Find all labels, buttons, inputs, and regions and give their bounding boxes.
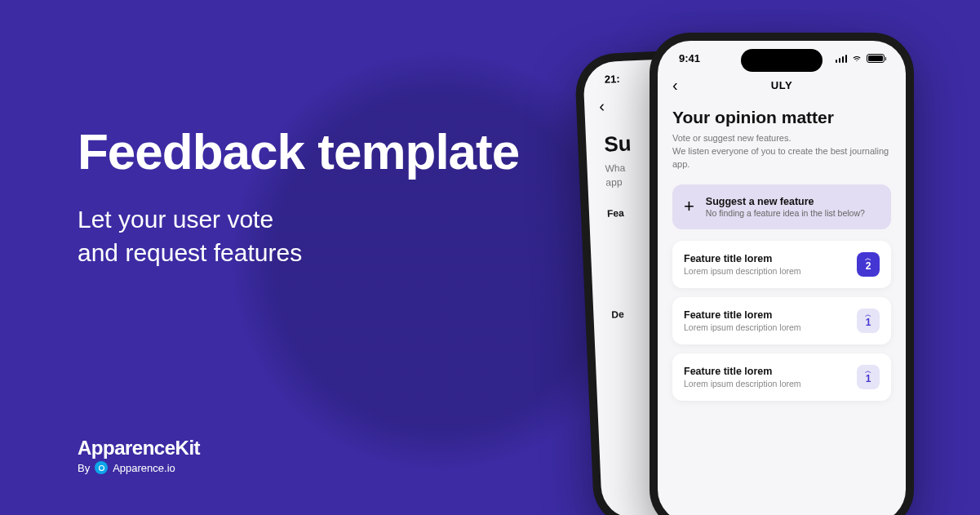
suggest-sub: No finding a feature idea in the list be… xyxy=(706,208,865,218)
headline: Feedback template xyxy=(78,122,519,180)
status-icons xyxy=(836,54,885,63)
brand-title: ApparenceKit xyxy=(78,437,200,460)
phone-mockups: 21: ‹ Su Wha app Fea De 9:41 xyxy=(584,33,935,515)
nav-bar: ‹ ULY xyxy=(658,68,906,100)
feature-card[interactable]: Feature title loremLorem ipsum descripti… xyxy=(672,297,891,344)
suggest-title: Suggest a new feature xyxy=(706,196,865,207)
feature-title: Feature title lorem xyxy=(684,309,801,321)
vote-count: 1 xyxy=(866,317,871,328)
upvote-button[interactable]: ︿2 xyxy=(857,252,880,277)
page-subtitle: Vote or suggest new features. We listen … xyxy=(672,132,891,171)
back-icon[interactable]: ‹ xyxy=(672,76,678,95)
brand-block: ApparenceKit By Apparence.io xyxy=(78,437,200,474)
phone-front: 9:41 ‹ ULY Your opinion matter Vote or s… xyxy=(650,33,914,515)
feature-card[interactable]: Feature title loremLorem ipsum descripti… xyxy=(672,353,891,401)
feature-title: Feature title lorem xyxy=(684,253,801,264)
upvote-button[interactable]: ︿1 xyxy=(857,309,880,333)
page-title: Your opinion matter xyxy=(672,108,891,127)
status-time: 21: xyxy=(605,73,620,86)
battery-icon xyxy=(867,54,885,63)
feature-description: Lorem ipsum description lorem xyxy=(684,379,801,388)
vote-count: 2 xyxy=(866,260,871,272)
brand-logo-icon xyxy=(95,461,108,474)
brand-subtitle: By Apparence.io xyxy=(78,461,200,474)
subheadline: Let your user vote and request features xyxy=(78,203,519,269)
svg-point-0 xyxy=(99,465,104,470)
hero-text: Feedback template Let your user vote and… xyxy=(78,122,519,269)
suggest-feature-card[interactable]: + Suggest a new feature No finding a fea… xyxy=(672,184,891,229)
feature-card[interactable]: Feature title loremLorem ipsum descripti… xyxy=(672,241,891,288)
back-icon[interactable]: ‹ xyxy=(599,97,605,116)
phone-front-screen: 9:41 ‹ ULY Your opinion matter Vote or s… xyxy=(658,41,906,515)
upvote-button[interactable]: ︿1 xyxy=(857,365,880,389)
feature-title: Feature title lorem xyxy=(684,366,801,377)
feature-description: Lorem ipsum description lorem xyxy=(684,322,801,332)
feature-description: Lorem ipsum description lorem xyxy=(684,266,801,276)
nav-title: ULY xyxy=(658,79,906,91)
status-time: 9:41 xyxy=(679,52,700,64)
vote-count: 1 xyxy=(866,373,871,384)
wifi-icon xyxy=(851,55,862,63)
feature-list: Feature title loremLorem ipsum descripti… xyxy=(672,241,891,401)
signal-icon xyxy=(836,55,848,63)
front-content: Your opinion matter Vote or suggest new … xyxy=(658,100,906,418)
plus-icon: + xyxy=(684,196,694,217)
